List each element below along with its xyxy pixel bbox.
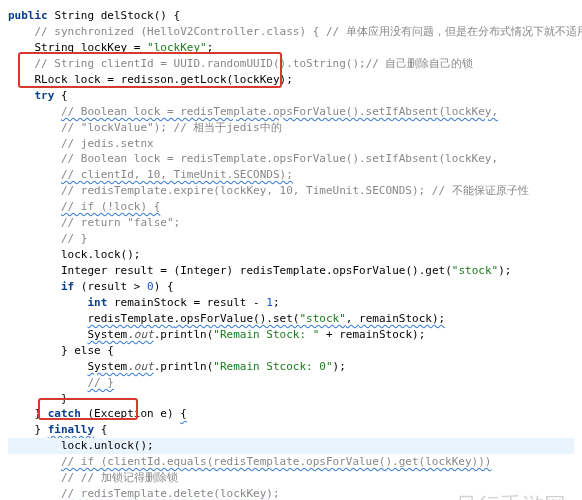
line: // Boolean lock = redisTemplate.opsForVa… (8, 152, 498, 165)
line: System.out.println("Remain Stcock: 0"); (8, 360, 346, 373)
line: } catch (Exception e) { (8, 407, 187, 420)
line: Integer result = (Integer) redisTemplate… (8, 264, 511, 277)
line: int remainStock = result - 1; (8, 296, 280, 309)
line: // if (!lock) { (8, 200, 160, 213)
code-block: public String delStock() { // synchroniz… (8, 8, 574, 500)
line: // redisTemplate.delete(lockKey); (8, 487, 280, 500)
line: lock.lock(); (8, 248, 140, 261)
line: try { (8, 89, 68, 102)
line: // } (8, 232, 87, 245)
line: RLock lock = redisson.getLock(lockKey); (8, 73, 293, 86)
line: // synchronized (HelloV2Controller.class… (8, 25, 582, 38)
line: if (result > 0) { (8, 280, 174, 293)
line: redisTemplate.opsForValue().set("stock",… (8, 312, 445, 325)
line hl-row: lock.unlock(); (8, 438, 574, 454)
line: public String delStock() { (8, 9, 180, 22)
line: // Boolean lock = redisTemplate.opsForVa… (8, 105, 498, 118)
line: // String clientId = UUID.randomUUID().t… (8, 57, 474, 70)
line: } else { (8, 344, 114, 357)
line: } (8, 392, 68, 405)
line: } finally { (8, 423, 107, 436)
line: // } (8, 376, 114, 389)
line: // // 加锁记得删除锁 (8, 471, 178, 484)
line: System.out.println("Remain Stock: " + re… (8, 328, 425, 341)
line: // "lockValue"); // 相当于jedis中的 (8, 121, 282, 134)
line: // if (clientId.equals(redisTemplate.ops… (8, 455, 491, 468)
line: // jedis.setnx (8, 137, 154, 150)
line: // clientId, 10, TimeUnit.SECONDS); (8, 168, 293, 181)
line: // redisTemplate.expire(lockKey, 10, Tim… (8, 184, 529, 197)
line: String lockKey = "lockKey"; (8, 41, 213, 54)
line: // return "false"; (8, 216, 180, 229)
